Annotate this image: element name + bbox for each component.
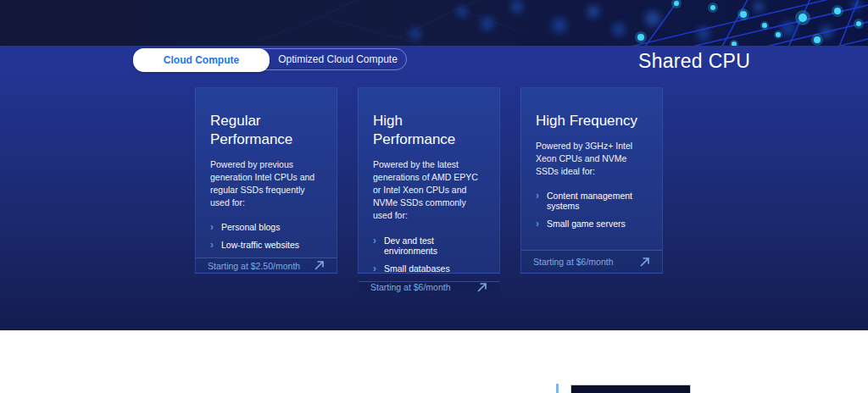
starting-price: Starting at $2.50/month: [208, 261, 300, 271]
bullet-label: Small game servers: [547, 219, 626, 229]
node: [730, 40, 738, 47]
page-title: Shared CPU: [638, 50, 750, 73]
card-body: Regular Performance Powered by previous …: [196, 88, 337, 257]
page: Cloud Compute Optimized Cloud Compute Sh…: [0, 0, 868, 393]
plan-title: Regular Performance: [210, 112, 322, 149]
chevron-right-icon: ›: [210, 240, 214, 250]
node: [708, 3, 718, 13]
arrow-up-right-icon: [639, 257, 650, 268]
card-body: High Frequency Powered by 3GHz+ Intel Xe…: [521, 88, 662, 250]
card-body: High Performance Powered by the latest g…: [359, 88, 499, 281]
plan-footer-link[interactable]: Starting at $2.50/month: [196, 257, 337, 273]
plan-title: High Frequency: [536, 112, 648, 130]
node: [795, 10, 810, 25]
plan-footer-link[interactable]: Starting at $6/month: [521, 250, 662, 273]
plan-title: High Performance: [373, 112, 485, 149]
plan-card-high-frequency[interactable]: High Frequency Powered by 3GHz+ Intel Xe…: [520, 87, 663, 274]
list-item: › Personal blogs: [210, 222, 322, 232]
chevron-right-icon: ›: [373, 263, 376, 274]
node: [774, 30, 782, 39]
plan-card-high-performance[interactable]: High Performance Powered by the latest g…: [358, 87, 500, 274]
bullet-label: Personal blogs: [221, 222, 280, 232]
bullet-label: Small databases: [384, 263, 450, 274]
list-item: › Dev and test environments: [373, 235, 485, 256]
arrow-up-right-icon: [314, 260, 325, 271]
cursor-bar: [556, 384, 559, 393]
network-banner: [0, 0, 868, 47]
node: [854, 19, 864, 29]
partial-dark-panel: [570, 385, 691, 393]
starting-price: Starting at $6/month: [370, 282, 451, 292]
node: [737, 8, 749, 20]
shared-cpu-section: Cloud Compute Optimized Cloud Compute Sh…: [0, 47, 868, 330]
bullet-label: Dev and test environments: [384, 235, 485, 256]
chevron-right-icon: ›: [536, 219, 539, 229]
compute-type-toggle: Cloud Compute Optimized Cloud Compute: [133, 48, 407, 70]
plexus-network-graphic: [0, 0, 868, 47]
next-section-strip: [0, 330, 868, 393]
chevron-right-icon: ›: [373, 235, 376, 246]
plan-description: Powered by 3GHz+ Intel Xeon CPUs and NVM…: [536, 140, 648, 179]
node: [760, 21, 769, 30]
node: [832, 5, 843, 17]
plan-footer-link[interactable]: Starting at $6/month: [359, 281, 499, 293]
bullet-label: Low-traffic websites: [221, 240, 299, 250]
tab-optimized-cloud-compute[interactable]: Optimized Cloud Compute: [270, 49, 406, 69]
node: [635, 31, 647, 43]
plan-description: Powered by previous generation Intel CPU…: [210, 158, 322, 210]
chevron-right-icon: ›: [210, 222, 214, 232]
tab-cloud-compute[interactable]: Cloud Compute: [133, 48, 270, 72]
list-item: › Low-traffic websites: [210, 240, 322, 250]
list-item: › Small game servers: [536, 219, 648, 229]
starting-price: Starting at $6/month: [533, 257, 614, 267]
node: [811, 34, 823, 46]
arrow-up-right-icon: [476, 282, 487, 293]
chevron-right-icon: ›: [536, 191, 539, 201]
list-item: › Content management systems: [536, 191, 648, 211]
plan-card-regular-performance[interactable]: Regular Performance Powered by previous …: [195, 87, 337, 274]
plan-description: Powered by the latest generations of AMD…: [373, 158, 485, 223]
list-item: › Small databases: [373, 263, 485, 274]
bullet-label: Content management systems: [547, 191, 648, 211]
